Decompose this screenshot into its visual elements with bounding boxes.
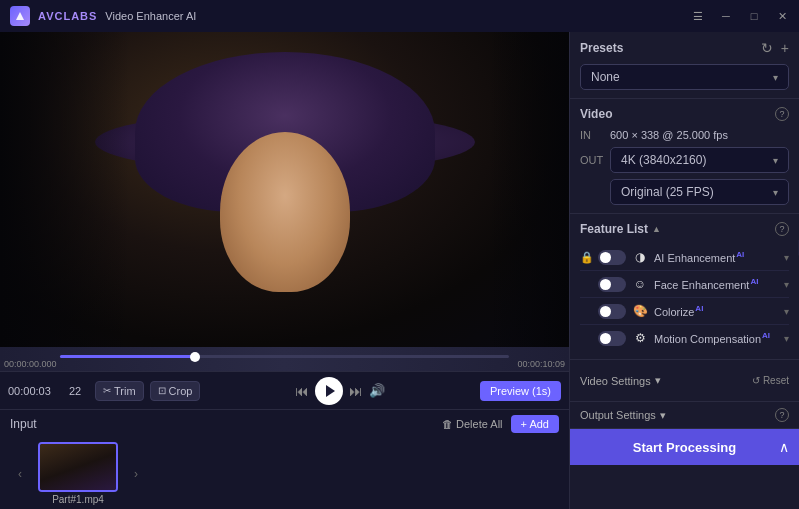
toggle-knob [600, 279, 611, 290]
dark-right-decor [489, 32, 569, 347]
feature-list-arrow-icon: ▲ [652, 224, 661, 234]
play-icon [326, 385, 335, 397]
feature-list-section: Feature List ▲ ? 🔒 ◑ AI EnhancementAI ▾ [570, 214, 799, 360]
ai-enhancement-chevron[interactable]: ▾ [784, 252, 789, 263]
toggle-knob [600, 333, 611, 344]
output-settings-label: Output Settings [580, 409, 656, 421]
presets-title: Presets [580, 41, 623, 55]
feature-list-title: Feature List [580, 222, 648, 236]
delete-all-label: Delete All [456, 418, 502, 430]
output-settings-button[interactable]: Output Settings ▾ [580, 409, 666, 422]
app-logo [10, 6, 30, 26]
presets-header: Presets ↻ + [580, 40, 789, 56]
crop-label: Crop [169, 385, 193, 397]
colorize-chevron[interactable]: ▾ [784, 306, 789, 317]
colorize-label: ColorizeAI [654, 304, 778, 318]
film-thumbnail[interactable] [38, 442, 118, 492]
fps-chevron-icon: ▾ [773, 187, 778, 198]
feature-motion-compensation: 🔒 ⚙ Motion CompensationAI ▾ [580, 325, 789, 351]
video-header: Video ? [580, 107, 789, 121]
play-button[interactable] [315, 377, 343, 405]
timeline-start-time: 00:00:00.000 [4, 359, 57, 369]
feature-colorize: 🔒 🎨 ColorizeAI ▾ [580, 298, 789, 325]
video-settings-button[interactable]: Video Settings ▾ [580, 374, 661, 387]
trim-button[interactable]: ✂ Trim [95, 381, 144, 401]
app-name: Video Enhancer AI [105, 10, 196, 22]
left-panel: 00:00:00.000 00:00:10:09 00:00:03 22 ✂ T… [0, 32, 569, 509]
ai-badge-1: AI [750, 277, 758, 286]
main-wrapper: 00:00:00.000 00:00:10:09 00:00:03 22 ✂ T… [0, 32, 799, 509]
toggle-knob [600, 252, 611, 263]
video-settings-section: Video Settings ▾ ↺ Reset [570, 360, 799, 402]
minimize-button[interactable]: ─ [719, 9, 733, 23]
next-frame-button[interactable]: ⏭ [349, 383, 363, 399]
video-in-value: 600 × 338 @ 25.000 fps [610, 129, 728, 141]
expand-icon[interactable]: ∧ [779, 439, 789, 455]
preview-button[interactable]: Preview (1s) [480, 381, 561, 401]
feature-ai-enhancement: 🔒 ◑ AI EnhancementAI ▾ [580, 244, 789, 271]
video-settings-label: Video Settings [580, 375, 651, 387]
feature-list-help-icon[interactable]: ? [775, 222, 789, 236]
prev-frame-button[interactable]: ⏮ [295, 383, 309, 399]
input-header: Input 🗑 Delete All + Add [0, 410, 569, 438]
delete-all-button[interactable]: 🗑 Delete All [442, 418, 502, 430]
face-enhancement-chevron[interactable]: ▾ [784, 279, 789, 290]
colorize-toggle[interactable] [598, 304, 626, 319]
video-section: Video ? IN 600 × 338 @ 25.000 fps OUT 4K… [570, 99, 799, 214]
video-in-row: IN 600 × 338 @ 25.000 fps [580, 129, 789, 141]
filmstrip-prev[interactable]: ‹ [10, 464, 30, 484]
face-enhancement-toggle[interactable] [598, 277, 626, 292]
current-frame: 22 [69, 385, 89, 397]
start-processing-button[interactable]: Start Processing [633, 440, 736, 455]
video-out-label: OUT [580, 154, 610, 166]
timeline-thumb[interactable] [190, 352, 200, 362]
right-panel: Presets ↻ + None ▾ Video ? I [569, 32, 799, 509]
filmstrip: ‹ Part#1.mp4 › [0, 438, 569, 509]
reset-button[interactable]: ↺ Reset [752, 375, 789, 386]
input-actions: 🗑 Delete All + Add [442, 415, 559, 433]
ai-enhancement-toggle[interactable] [598, 250, 626, 265]
presets-add-icon[interactable]: + [781, 40, 789, 56]
volume-button[interactable]: 🔊 [369, 383, 385, 398]
output-settings-row: Output Settings ▾ ? [570, 402, 799, 429]
palette-icon: 🎨 [632, 303, 648, 319]
video-in-label: IN [580, 129, 610, 141]
presets-selected: None [591, 70, 620, 84]
video-out-row: OUT 4K (3840x2160) ▾ [580, 147, 789, 173]
crop-icon: ⊡ [158, 385, 166, 396]
maximize-button[interactable]: □ [747, 9, 761, 23]
timeline[interactable]: 00:00:00.000 00:00:10:09 [0, 347, 569, 371]
motion-compensation-chevron[interactable]: ▾ [784, 333, 789, 344]
timeline-end-time: 00:00:10:09 [517, 359, 565, 369]
presets-refresh-icon[interactable]: ↻ [761, 40, 773, 56]
video-resolution-dropdown[interactable]: 4K (3840x2160) ▾ [610, 147, 789, 173]
presets-section: Presets ↻ + None ▾ [570, 32, 799, 99]
output-settings-help-icon[interactable]: ? [775, 408, 789, 422]
motion-compensation-toggle[interactable] [598, 331, 626, 346]
playback-controls: ⏮ ⏭ 🔊 [295, 377, 385, 405]
chevron-down-icon: ▾ [773, 72, 778, 83]
video-title: Video [580, 107, 612, 121]
filmstrip-next[interactable]: › [126, 464, 146, 484]
start-processing-section[interactable]: Start Processing ∧ [570, 429, 799, 465]
lock-icon: 🔒 [580, 251, 592, 264]
menu-button[interactable]: ☰ [691, 9, 705, 23]
dark-left-decor [0, 32, 130, 347]
crop-button[interactable]: ⊡ Crop [150, 381, 201, 401]
contrast-icon: ◑ [632, 249, 648, 265]
add-button[interactable]: + Add [511, 415, 559, 433]
input-panel: Input 🗑 Delete All + Add ‹ Part#1.mp4 [0, 409, 569, 509]
timeline-track[interactable]: 00:00:00.000 00:00:10:09 [0, 347, 569, 371]
video-help-icon[interactable]: ? [775, 107, 789, 121]
timeline-bar[interactable] [60, 355, 509, 358]
title-bar: AVCLABS Video Enhancer AI ☰ ─ □ ✕ [0, 0, 799, 32]
ai-badge-2: AI [695, 304, 703, 313]
presets-dropdown[interactable]: None ▾ [580, 64, 789, 90]
motion-icon: ⚙ [632, 330, 648, 346]
face-enhancement-label: Face EnhancementAI [654, 277, 778, 291]
ai-badge-0: AI [736, 250, 744, 259]
close-button[interactable]: ✕ [775, 9, 789, 23]
video-preview [0, 32, 569, 347]
video-fps-dropdown[interactable]: Original (25 FPS) ▾ [610, 179, 789, 205]
timeline-progress [60, 355, 195, 358]
